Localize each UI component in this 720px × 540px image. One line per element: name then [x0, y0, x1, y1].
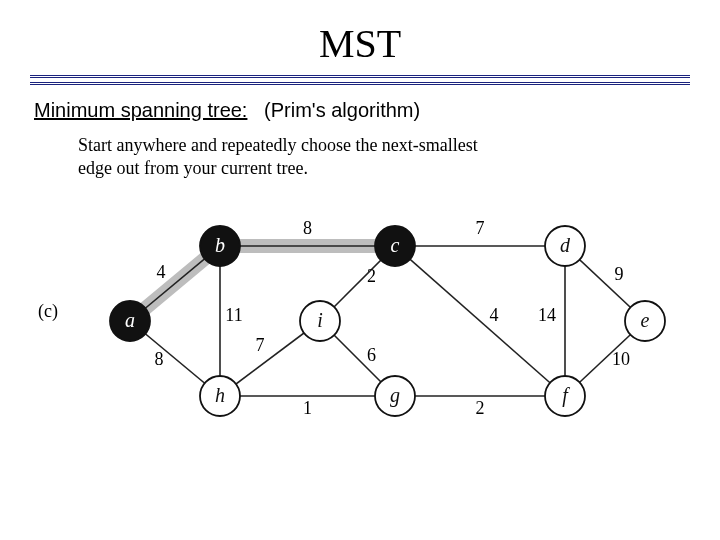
figure-label: (c)	[38, 301, 58, 322]
edge-weight: 7	[476, 218, 485, 238]
graph-node-label: a	[125, 309, 135, 331]
edge-weight: 11	[225, 305, 242, 325]
graph-node-label: i	[317, 309, 323, 331]
edge-weight: 2	[476, 398, 485, 418]
subtitle-tail: (Prim's algorithm)	[264, 99, 420, 121]
description-text: Start anywhere and repeatedly choose the…	[78, 134, 508, 179]
graph-figure: (c) 48791021811726414abcdefghi	[40, 191, 680, 441]
subtitle: Minimum spanning tree: (Prim's algorithm…	[34, 99, 690, 122]
edge-weight: 8	[155, 349, 164, 369]
graph-node-label: h	[215, 384, 225, 406]
edge-weight: 10	[612, 349, 630, 369]
subtitle-lead: Minimum spanning tree:	[34, 99, 247, 121]
edge-weight: 14	[538, 305, 556, 325]
title-rule	[30, 75, 690, 85]
edge-weight: 6	[367, 345, 376, 365]
graph-node-label: g	[390, 384, 400, 407]
edge-weight: 2	[367, 266, 376, 286]
edge-weight: 7	[256, 335, 265, 355]
graph-node-label: e	[641, 309, 650, 331]
edge-weight: 8	[303, 218, 312, 238]
graph-node-label: b	[215, 234, 225, 256]
graph-svg: 48791021811726414abcdefghi	[40, 191, 680, 441]
graph-node-label: d	[560, 234, 571, 256]
edge-weight: 1	[303, 398, 312, 418]
edge-weight: 9	[615, 264, 624, 284]
edge-weight: 4	[157, 262, 166, 282]
edge-weight: 4	[490, 305, 499, 325]
graph-node-label: c	[391, 234, 400, 256]
page-title: MST	[30, 20, 690, 67]
